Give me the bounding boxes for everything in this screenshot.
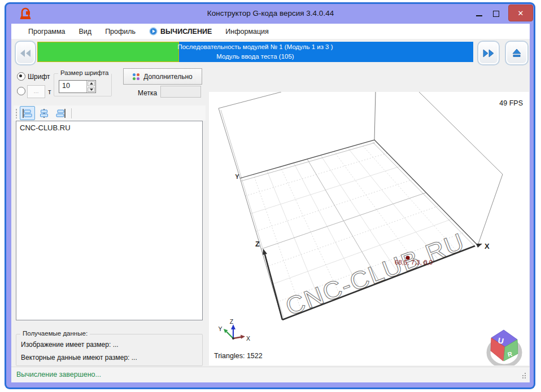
- z-axis-label: Z: [255, 240, 260, 248]
- font-size-value[interactable]: 10: [59, 81, 86, 93]
- z-axis: Z: [255, 240, 282, 320]
- font-radio[interactable]: [17, 72, 25, 81]
- wall-back-right: [374, 92, 503, 245]
- close-button[interactable]: ✕: [508, 5, 533, 21]
- spinner-down-button[interactable]: [88, 87, 95, 93]
- fps-counter: 49 FPS: [499, 99, 523, 107]
- spinner-buttons: [86, 81, 95, 93]
- app-logo-cube: U R: [488, 330, 520, 365]
- colored-dots-icon: [133, 73, 139, 80]
- gizmo-x-label: X: [246, 335, 250, 342]
- previous-module-button[interactable]: [15, 41, 36, 65]
- font-radio-label: Шрифт: [28, 73, 50, 81]
- cursor-coordinates: 68,5, 7,3, 0,0: [395, 259, 433, 266]
- menu-informaciya[interactable]: Информация: [219, 25, 276, 38]
- double-left-arrow-icon: [20, 49, 31, 58]
- align-left-button[interactable]: [20, 106, 35, 120]
- eject-icon: [512, 49, 522, 58]
- y-axis-label: Y: [235, 173, 239, 180]
- browse-button[interactable]: ...: [27, 85, 45, 98]
- orientation-gizmo: Z Y X: [218, 318, 250, 342]
- progress-line1: Последовательность модулей № 1 (Модуль 1…: [177, 42, 333, 52]
- menu-programma[interactable]: Программа: [21, 25, 72, 38]
- gizmo-z-label: Z: [230, 318, 234, 325]
- mark-label: Метка: [138, 89, 157, 97]
- mark-field[interactable]: [160, 86, 201, 98]
- next-module-button[interactable]: [477, 41, 500, 65]
- advanced-button-label: Дополнительно: [143, 73, 192, 81]
- align-center-icon: [39, 109, 49, 118]
- text-radio-label: т: [48, 88, 51, 96]
- font-size-spinner[interactable]: 10: [59, 80, 96, 93]
- maximize-button[interactable]: [488, 8, 504, 19]
- minimize-icon: [476, 15, 482, 16]
- align-right-icon: [55, 109, 66, 118]
- viewport-3d[interactable]: CNC-CLUB.RU X Z Y 68,5, 7,3, 0,0 49 FPS …: [209, 92, 529, 365]
- menu-profil[interactable]: Профиль: [98, 25, 142, 38]
- x-axis-label: X: [485, 242, 490, 250]
- vector-size-line: Векторные данные имеют размер: ...: [21, 354, 137, 362]
- watermark-text: CNC-CLUB.RU: [282, 227, 468, 320]
- image-size-line: Изображение имеет размер: ...: [21, 341, 119, 349]
- progress-text: Последовательность модулей № 1 (Модуль 1…: [37, 42, 473, 62]
- eject-button[interactable]: [505, 41, 529, 65]
- play-circle-icon: [149, 27, 158, 36]
- menu-bar: Программа Вид Профиль ВЫЧИСЛЕНИЕ Информа…: [11, 24, 530, 39]
- toolbar-separator: [71, 108, 72, 118]
- status-bar: Вычисление завершено...: [11, 367, 530, 382]
- progress-line2: Модуль ввода теста (105): [216, 52, 294, 61]
- wall-back-left: [219, 92, 376, 178]
- text-editor-area[interactable]: CNC-CLUB.RU: [16, 121, 203, 320]
- up-arrow-icon: [90, 82, 93, 85]
- toolbar-grip[interactable]: [15, 108, 18, 118]
- scene-3d: CNC-CLUB.RU X Z Y 68,5, 7,3, 0,0 49 FPS …: [209, 92, 529, 365]
- received-data-title: Получаемые данные:: [20, 330, 90, 337]
- menu-vid[interactable]: Вид: [72, 25, 99, 38]
- progress-bar: Последовательность модулей № 1 (Модуль 1…: [37, 42, 473, 62]
- double-right-arrow-icon: [483, 49, 494, 58]
- maximize-icon: [493, 11, 499, 17]
- status-message: Вычисление завершено...: [16, 371, 101, 378]
- cursor-point: [405, 256, 409, 259]
- down-arrow-icon: [90, 89, 93, 91]
- triangle-counter: Triangles: 1522: [214, 352, 263, 360]
- window-title: Конструктор G-кода версия 3.4.0.44: [0, 9, 541, 17]
- minimize-button[interactable]: [471, 8, 487, 19]
- alignment-toolbar: [14, 105, 206, 121]
- close-icon: ✕: [518, 9, 524, 17]
- resize-grip[interactable]: [520, 372, 526, 378]
- advanced-button[interactable]: Дополнительно: [123, 68, 202, 85]
- align-right-button[interactable]: [53, 106, 68, 120]
- align-left-icon: [23, 109, 33, 118]
- text-source-radio[interactable]: [17, 87, 25, 95]
- align-center-button[interactable]: [36, 106, 51, 120]
- font-size-group-title: Размер шрифта: [58, 69, 111, 76]
- spinner-up-button[interactable]: [88, 81, 95, 86]
- gizmo-y-label: Y: [218, 325, 222, 332]
- menu-vychislenie[interactable]: ВЫЧИСЛЕНИЕ: [142, 25, 219, 38]
